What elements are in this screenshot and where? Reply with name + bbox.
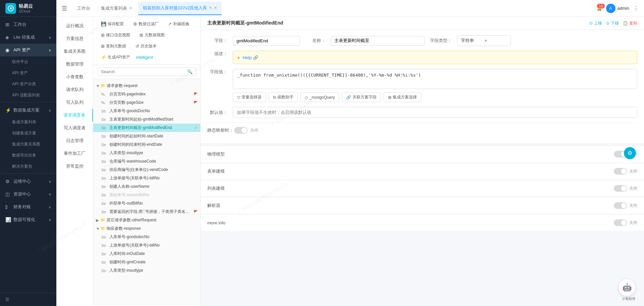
tree-node-gmt-start[interactable]: Str 主表更新时间起始-gmtModifiedStart: [93, 115, 200, 124]
sidebar-sub-software-platform[interactable]: 软件平台: [0, 56, 56, 68]
left-nav-write-queue[interactable]: 写入队列: [56, 96, 93, 109]
tree-node-page-index[interactable]: Nₒ 分页页码-pageIndex 🚩: [93, 90, 200, 98]
sidebar-sub-solution-pack[interactable]: 解决方案包: [0, 161, 56, 172]
tree-node-user-name[interactable]: Str 创建人名称-userName: [93, 182, 200, 191]
tab-integration-list-close[interactable]: ✕: [129, 6, 132, 10]
data-filter-button[interactable]: ⚙ 数据过滤厂: [129, 19, 162, 29]
content-area: 运行概况 方案信息 集成关系图 数据管理 小青查数 请求队列 写入队列 请求调度…: [56, 17, 644, 306]
left-nav-request-queue[interactable]: 请求队列: [56, 83, 93, 96]
list-build-toggle[interactable]: [614, 185, 627, 192]
tree-node-start-date[interactable]: Str 创建时间的起始时间-startDate: [93, 132, 200, 140]
meta-data-button[interactable]: ⊞ 元数据视图: [136, 31, 168, 40]
sidebar-sub-data-export[interactable]: 数据导出任务: [0, 150, 56, 161]
left-nav-event-factory[interactable]: 事件加工厂: [56, 147, 93, 160]
tree-node-goods-doc-no-res[interactable]: Str 入库单号-goodsdocNo: [93, 233, 200, 241]
sidebar-sub-api-adapter[interactable]: API 适配器列表: [0, 90, 56, 101]
type-badge-str4: Str: [101, 134, 108, 138]
left-nav-write-debug[interactable]: 写入调度者: [56, 122, 93, 134]
sidebar-item-finance[interactable]: ₿ 财务对账 ∨: [0, 201, 56, 213]
left-nav-run-overview[interactable]: 运行概况: [56, 19, 93, 32]
static-toggle[interactable]: [234, 127, 248, 134]
sidebar-item-resources[interactable]: ◫ 资源中心 ∨: [0, 188, 56, 201]
tree-node-other-request[interactable]: ▶ 📁 其它请求参数-otherRequest: [93, 216, 200, 224]
supplement-button[interactable]: ↗ 补漏措施: [164, 19, 193, 29]
name-input[interactable]: [331, 36, 425, 46]
copy-data-button[interactable]: ⊞ 复制元数据: [97, 42, 130, 51]
gmt-create-label: 创建时间-gmtCreate: [109, 259, 198, 265]
interface-info-button[interactable]: ⊞ 接口信息视图: [97, 31, 134, 40]
sidebar-bottom-icon[interactable]: ☰: [5, 297, 9, 302]
generate-api-button[interactable]: ⚡ 生成API资产: [97, 53, 134, 62]
default-input[interactable]: [233, 107, 637, 118]
related-field-button[interactable]: 🔗 关联方案字段: [342, 92, 381, 102]
tree-node-in-out-date[interactable]: Str 入库时间-inOutDate: [93, 250, 200, 258]
left-nav-solution-info[interactable]: 方案信息: [56, 32, 93, 45]
tree-node-select-fields[interactable]: Str 需要返回的字段,用','号拼接，子类用子类名称.属性-selelctFi…: [93, 208, 200, 216]
sidebar-item-data-integration[interactable]: ⚡ 数据集成方案 ∧: [0, 104, 56, 117]
left-nav-exception-monitor[interactable]: 异常监控: [56, 160, 93, 173]
copy-field-label: 复制: [629, 20, 637, 26]
tree-node-end-date[interactable]: Str 创建时间的结束时间-endDate: [93, 140, 200, 149]
sidebar-item-workspace[interactable]: ⊞ 工作台: [0, 18, 56, 31]
sidebar-sub-create-integration[interactable]: 创建集成方案: [0, 128, 56, 139]
search-input[interactable]: [101, 69, 187, 74]
tab-current-close[interactable]: ✕: [214, 6, 217, 10]
sidebar-sub-integration-list[interactable]: 集成方案列表: [0, 117, 56, 128]
ai-helper[interactable]: 🤖 小青助理: [619, 279, 639, 299]
tree-node-bill-no-res[interactable]: Str 上游单据号(关联单号)-billNo: [93, 241, 200, 250]
left-nav-data-mgmt[interactable]: 数据管理: [56, 58, 93, 71]
field-value-editor[interactable]: _function from_unixtime((({{CURRENT_TIME…: [233, 69, 637, 89]
left-nav-log-mgmt[interactable]: 日志管理: [56, 134, 93, 147]
save-config-button[interactable]: 💾 保存配置: [97, 19, 127, 29]
history-button[interactable]: ↺ 历史版本: [132, 42, 160, 51]
more-info-toggle[interactable]: [614, 219, 627, 226]
help-link[interactable]: Help: [243, 55, 252, 60]
tab-edit-icon[interactable]: ✎: [209, 6, 212, 10]
tree-node-gmt-end[interactable]: Str 主表更新时间截至-gmtModifiedEnd ✓: [93, 124, 200, 132]
move-down-button[interactable]: ⊙ 下移: [606, 20, 619, 26]
sidebar-sub-integration-relations[interactable]: 集成方案关系图: [0, 139, 56, 150]
tree-node-page-size[interactable]: Nₒ 分页页数-pageSize 🚩: [93, 98, 200, 107]
tree-node-inout-type[interactable]: Str 入库类型-inouttype: [93, 149, 200, 157]
more-options-icon[interactable]: ⋮: [633, 5, 639, 11]
tree-node-out-bill-no[interactable]: Str 外部单号-outBillNo: [93, 199, 200, 208]
tab-integration-list[interactable]: 集成方案列表 ✕: [96, 2, 137, 15]
tree-node-vend-code[interactable]: Str 供应商编号(往来单位)-vendCode: [93, 166, 200, 174]
data-integration-icon: ⚡: [5, 107, 11, 113]
integration-select-button[interactable]: ⊞ 集成方案选择: [384, 92, 421, 102]
copy-field-button[interactable]: 📋 复制: [623, 20, 637, 26]
tab-current[interactable]: 组装拆卸入库对接107v2其他入库 ✎ ✕: [138, 2, 222, 15]
tree-node-source-bill-no[interactable]: Str 原始单号-sourceBillNo: [93, 191, 200, 199]
tree-node-response-params[interactable]: ▼ 📁 响应参数-response: [93, 224, 200, 233]
func-helper-button[interactable]: fx 函数助手: [269, 92, 298, 102]
move-up-button[interactable]: ⊙ 上移: [589, 20, 602, 26]
field-input[interactable]: [233, 36, 300, 46]
parser-toggle[interactable]: [614, 202, 627, 209]
tree-node-inout-type-res[interactable]: Str 入库类型-inouttype: [93, 266, 200, 275]
help-ext-icon[interactable]: 🔗: [253, 55, 258, 60]
sidebar-item-lite[interactable]: ◈ Lite 轻集成 ∨: [0, 31, 56, 44]
tab-workspace[interactable]: 工作台: [72, 2, 95, 15]
type-select[interactable]: 字符串 ▼: [457, 35, 511, 46]
form-build-toggle[interactable]: [614, 168, 627, 175]
left-nav-small-query[interactable]: 小青查数: [56, 71, 93, 83]
tree-node-request-params[interactable]: ▼ 📁 请求参数-request: [93, 82, 200, 90]
sidebar-item-ops[interactable]: ⚙ 运维中心 ∨: [0, 175, 56, 188]
tree-node-warehouse-code[interactable]: Str 仓库编号-warehouseCode: [93, 157, 200, 166]
left-nav-integration-graph[interactable]: 集成关系图: [56, 45, 93, 58]
settings-gear[interactable]: ⚙: [624, 147, 636, 159]
tree-node-bill-no[interactable]: Str 上游单据号(关联单号)-billNo: [93, 174, 200, 182]
intelligent-button[interactable]: intelligent: [136, 55, 153, 60]
topbar-menu-icon[interactable]: ☰: [62, 5, 67, 12]
var-selector-button[interactable]: ▽ 变量选择器: [233, 92, 266, 102]
admin-user[interactable]: A admin: [606, 4, 629, 13]
sidebar-item-api[interactable]: ◉ API 资产 ∧: [0, 44, 56, 56]
left-nav-request-debug[interactable]: 请求调度者: [56, 109, 93, 122]
mongo-query-button[interactable]: ◇ _mongoQuery: [301, 92, 339, 102]
tree-node-goods-doc-no[interactable]: Str 入库单号-goodsDocNo: [93, 107, 200, 115]
notification-bell[interactable]: 🔔 10: [597, 6, 602, 11]
tree-node-gmt-create[interactable]: Str 创建时间-gmtCreate: [93, 258, 200, 266]
sidebar-item-dataviz[interactable]: 📊 数据可视化 ∨: [0, 213, 56, 226]
sidebar-sub-api-classify[interactable]: API 资产分类: [0, 79, 56, 90]
sidebar-sub-api-assets[interactable]: API 资产: [0, 68, 56, 79]
